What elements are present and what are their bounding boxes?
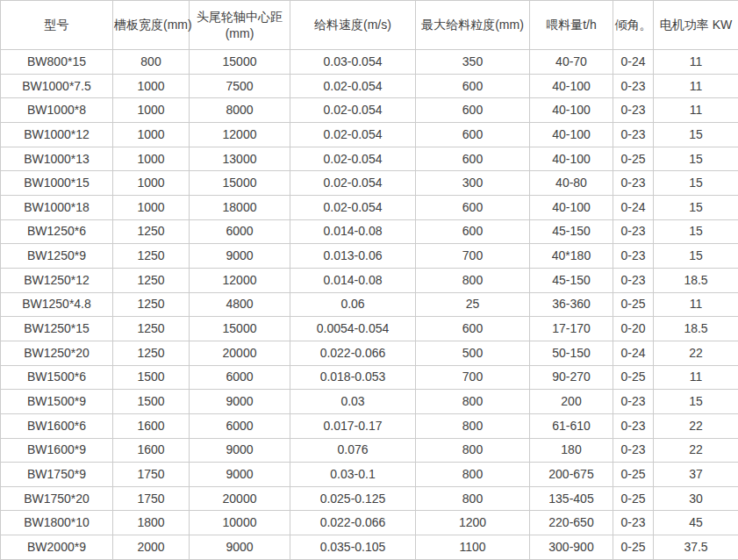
table-cell: 15 — [654, 171, 738, 196]
table-cell: BW1000*18 — [1, 195, 113, 219]
table-cell: 0-23 — [613, 98, 654, 123]
table-cell: 25 — [416, 292, 530, 317]
table-cell: BW1250*12 — [1, 268, 113, 292]
table-cell: BW1500*6 — [1, 365, 113, 390]
table-cell: BW1600*6 — [1, 413, 113, 438]
table-cell: 0.076 — [290, 438, 416, 463]
table-cell: 12000 — [190, 122, 290, 147]
table-cell: 9000 — [190, 390, 290, 414]
table-cell: 135-405 — [530, 486, 613, 511]
table-cell: 18.5 — [654, 317, 738, 341]
table-cell: 11 — [654, 292, 738, 317]
table-cell: 11 — [654, 365, 738, 390]
table-cell: 800 — [113, 50, 190, 75]
column-header-5: 喂料量t/h — [530, 1, 613, 50]
table-row: BW1750*9175090000.03-0.1800200-6750-2537 — [1, 463, 738, 487]
table-cell: 6000 — [190, 413, 290, 438]
column-header-3: 给料速度(m/s) — [290, 1, 416, 50]
table-cell: 0.02-0.054 — [290, 171, 416, 196]
table-cell: 0.014-0.08 — [290, 219, 416, 244]
table-cell: 9000 — [190, 438, 290, 463]
table-cell: 37 — [654, 463, 738, 487]
table-cell: 40-80 — [530, 171, 613, 196]
table-cell: 20000 — [190, 486, 290, 511]
table-cell: 0.0054-0.054 — [290, 317, 416, 341]
table-cell: 0-23 — [613, 268, 654, 292]
table-cell: 37.5 — [654, 535, 738, 560]
table-cell: 0-24 — [613, 341, 654, 365]
table-cell: 0.02-0.054 — [290, 74, 416, 98]
table-cell: 220-650 — [530, 511, 613, 535]
table-cell: 0-23 — [613, 171, 654, 196]
column-header-7: 电机功率 KW — [654, 1, 738, 50]
table-cell: 0.022-0.066 — [290, 341, 416, 365]
table-cell: 6000 — [190, 365, 290, 390]
table-cell: 61-610 — [530, 413, 613, 438]
table-row: BW1500*9150090000.038002000-2315 — [1, 390, 738, 414]
table-cell: 600 — [416, 74, 530, 98]
table-cell: 0.03-0.054 — [290, 50, 416, 75]
table-cell: 350 — [416, 50, 530, 75]
table-row: BW1250*4.8125048000.062536-3600-2511 — [1, 292, 738, 317]
table-cell: 36-360 — [530, 292, 613, 317]
table-cell: 0-25 — [613, 486, 654, 511]
table-row: BW1000*121000120000.02-0.05460040-1000-2… — [1, 122, 738, 147]
table-cell: 0.03 — [290, 390, 416, 414]
table-cell: BW800*15 — [1, 50, 113, 75]
table-cell: BW1750*20 — [1, 486, 113, 511]
table-cell: 0.018-0.053 — [290, 365, 416, 390]
table-cell: 15 — [654, 244, 738, 269]
table-cell: 40-100 — [530, 147, 613, 171]
table-cell: 90-270 — [530, 365, 613, 390]
table-cell: 700 — [416, 244, 530, 269]
table-cell: 0-24 — [613, 50, 654, 75]
table-cell: 1250 — [113, 317, 190, 341]
table-cell: 9000 — [190, 463, 290, 487]
table-cell: 30 — [654, 486, 738, 511]
table-cell: 0.013-0.06 — [290, 244, 416, 269]
table-cell: 15000 — [190, 171, 290, 196]
table-cell: 1500 — [113, 390, 190, 414]
table-row: BW1250*151250150000.0054-0.05460017-1700… — [1, 317, 738, 341]
table-header: 型号槽板宽度(mm)头尾轮轴中心距 (mm)给料速度(m/s)最大给料粒度(mm… — [1, 1, 738, 50]
table-cell: 1000 — [113, 171, 190, 196]
table-cell: 800 — [416, 438, 530, 463]
column-header-6: 倾角。 — [613, 1, 654, 50]
table-cell: 0-25 — [613, 463, 654, 487]
table-cell: 1500 — [113, 365, 190, 390]
column-header-0: 型号 — [1, 1, 113, 50]
table-cell: 15 — [654, 195, 738, 219]
table-cell: 7500 — [190, 74, 290, 98]
table-cell: BW1000*7.5 — [1, 74, 113, 98]
table-row: BW1250*201250200000.022-0.06650050-1500-… — [1, 341, 738, 365]
table-cell: 0-23 — [613, 74, 654, 98]
table-cell: 800 — [416, 413, 530, 438]
table-cell: 800 — [416, 268, 530, 292]
table-cell: 15000 — [190, 50, 290, 75]
column-header-1: 槽板宽度(mm) — [113, 1, 190, 50]
table-cell: 12000 — [190, 268, 290, 292]
table-cell: 600 — [416, 122, 530, 147]
table-cell: 600 — [416, 147, 530, 171]
table-cell: 1250 — [113, 292, 190, 317]
table-cell: 700 — [416, 365, 530, 390]
table-cell: 22 — [654, 341, 738, 365]
table-cell: 600 — [416, 219, 530, 244]
table-cell: 9000 — [190, 535, 290, 560]
table-cell: 18.5 — [654, 268, 738, 292]
table-cell: 600 — [416, 317, 530, 341]
table-cell: 17-170 — [530, 317, 613, 341]
table-cell: 1250 — [113, 268, 190, 292]
table-cell: 0.025-0.125 — [290, 486, 416, 511]
table-cell: 8000 — [190, 98, 290, 123]
table-cell: 0.035-0.105 — [290, 535, 416, 560]
table-cell: 0-25 — [613, 365, 654, 390]
table-cell: 15 — [654, 147, 738, 171]
table-cell: 22 — [654, 438, 738, 463]
table-cell: 1750 — [113, 486, 190, 511]
table-cell: 0-25 — [613, 147, 654, 171]
table-row: BW1000*131000130000.02-0.05460040-1000-2… — [1, 147, 738, 171]
table-cell: 1000 — [113, 195, 190, 219]
table-cell: 4800 — [190, 292, 290, 317]
table-cell: 200-675 — [530, 463, 613, 487]
